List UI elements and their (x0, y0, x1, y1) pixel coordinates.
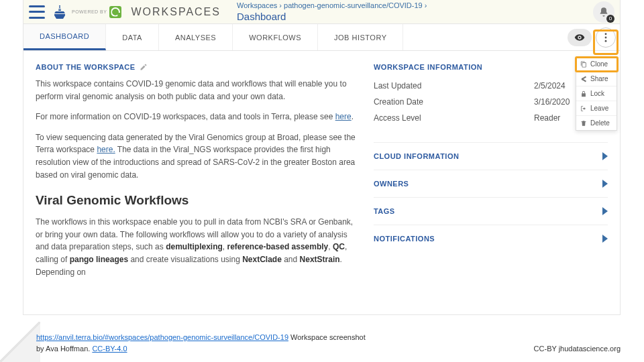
chevron-right-icon (602, 207, 608, 215)
right-column: WORKSPACE INFORMATION Last Updated2/5/20… (374, 63, 608, 314)
info-row: Creation Date3/16/2020 (374, 94, 608, 110)
powered-by-label: POWERED BY (72, 9, 107, 15)
source-url-link[interactable]: https://anvil.terra.bio/#workspaces/path… (36, 333, 288, 341)
svg-point-1 (605, 36, 607, 38)
caption-right: CC-BY jhudatascience.org (534, 343, 621, 355)
kebab-icon (604, 33, 607, 42)
about-title: ABOUT THE WORKSPACE (36, 63, 358, 71)
chevron-right-icon (602, 152, 608, 160)
share-icon (580, 76, 587, 82)
bell-badge: 0 (606, 15, 614, 23)
page-curl-icon (0, 322, 40, 362)
breadcrumb-title: Dashboard (237, 11, 286, 22)
about-p1: This workspace contains COVID-19 genomic… (36, 78, 358, 103)
workflows-heading: Viral Genomic Workflows (36, 193, 358, 208)
dropdown-clone[interactable]: Clone (576, 57, 616, 72)
clone-icon (580, 61, 587, 68)
trash-icon (580, 120, 587, 127)
chevron-right-icon (602, 235, 608, 243)
svg-point-2 (605, 40, 607, 42)
menu-icon[interactable] (29, 5, 45, 19)
chevron-right-icon (602, 180, 608, 188)
license-link[interactable]: CC-BY-4.0 (92, 345, 127, 353)
dropdown-delete[interactable]: Delete (576, 116, 616, 130)
tabbar: DASHBOARD DATA ANALYSES WORKFLOWS JOB HI… (23, 24, 620, 51)
actions-dropdown: Clone Share Lock Leave Delete (576, 56, 617, 131)
workflows-p1: The workflows in this workspace enable y… (36, 216, 358, 278)
eye-icon (574, 32, 585, 43)
terra-logo-icon (109, 6, 121, 18)
panel-notifications[interactable]: NOTIFICATIONS (374, 225, 608, 252)
tab-analyses[interactable]: ANALYSES (159, 24, 233, 50)
dropdown-share[interactable]: Share (576, 72, 616, 86)
content: ABOUT THE WORKSPACE This workspace conta… (23, 51, 620, 314)
workspace-info-title: WORKSPACE INFORMATION (374, 63, 608, 71)
panel-owners[interactable]: OWNERS (374, 170, 608, 197)
left-column: ABOUT THE WORKSPACE This workspace conta… (36, 63, 358, 314)
leave-icon (580, 105, 587, 112)
dropdown-leave[interactable]: Leave (576, 101, 616, 116)
here-link-2[interactable]: here. (97, 145, 115, 154)
here-link-1[interactable]: here (335, 112, 352, 121)
panel-tags[interactable]: TAGS (374, 197, 608, 225)
about-p2: For more information on COVID-19 workspa… (36, 111, 358, 123)
more-actions-button[interactable] (596, 27, 616, 48)
about-p3: To view sequencing data generated by the… (36, 131, 358, 181)
edit-icon[interactable] (140, 63, 148, 71)
svg-point-0 (605, 33, 607, 35)
anvil-logo-icon (52, 4, 68, 20)
info-row: Access LevelReader (374, 110, 608, 126)
slide-caption: https://anvil.terra.bio/#workspaces/path… (36, 332, 621, 354)
breadcrumb[interactable]: Workspaces › pathogen-genomic-surveillan… (237, 1, 427, 23)
visibility-button[interactable] (568, 29, 592, 46)
workspaces-brand: WORKSPACES (131, 6, 221, 18)
notifications-button[interactable]: 0 (593, 1, 614, 23)
tab-job-history[interactable]: JOB HISTORY (318, 24, 403, 50)
panel-cloud-information[interactable]: CLOUD INFORMATION (374, 142, 608, 170)
tab-workflows[interactable]: WORKFLOWS (233, 24, 318, 50)
lock-icon (580, 90, 587, 97)
topbar: POWERED BY WORKSPACES Workspaces › patho… (23, 0, 620, 24)
tab-data[interactable]: DATA (106, 24, 159, 50)
dropdown-lock[interactable]: Lock (576, 86, 616, 101)
info-row: Last Updated2/5/2024 (374, 78, 608, 94)
tab-dashboard[interactable]: DASHBOARD (23, 24, 106, 50)
breadcrumb-path[interactable]: Workspaces › pathogen-genomic-surveillan… (237, 1, 427, 10)
